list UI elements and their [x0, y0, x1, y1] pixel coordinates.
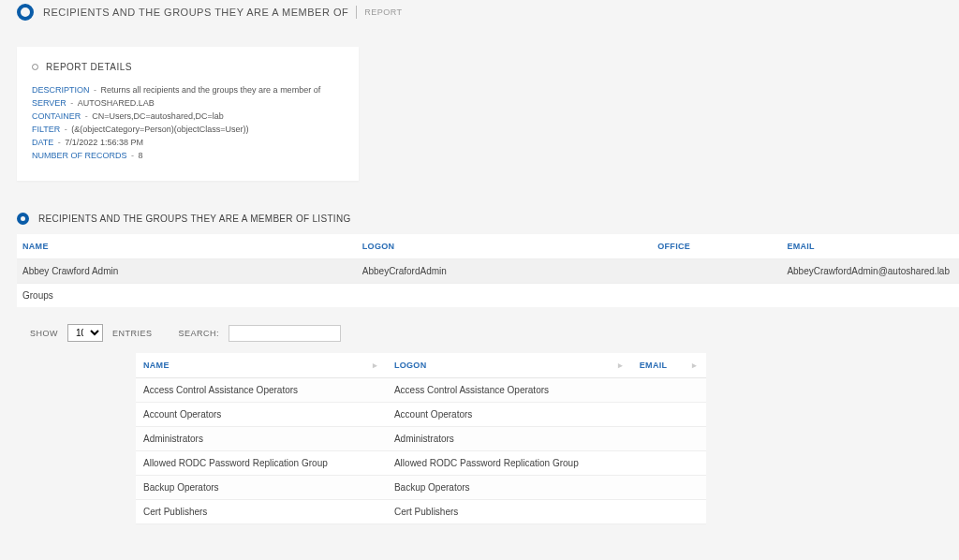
table-row[interactable]: Account OperatorsAccount Operators [136, 403, 706, 427]
cell-office [652, 259, 781, 284]
table-row[interactable]: Cert PublishersCert Publishers [136, 500, 706, 524]
detail-description: DESCRIPTION - Returns all recipients and… [32, 85, 344, 95]
cell-email [632, 378, 706, 403]
search-label: SEARCH: [179, 329, 220, 338]
groups-col-name[interactable]: NAME▸ [136, 353, 387, 378]
cell-name: Account Operators [136, 403, 387, 427]
page-size-select[interactable]: 10 [67, 324, 103, 342]
sort-icon: ▸ [692, 361, 697, 370]
col-header-email[interactable]: EMAIL [781, 234, 959, 259]
report-details-card: REPORT DETAILS DESCRIPTION - Returns all… [17, 47, 359, 181]
cell-logon: Cert Publishers [387, 500, 632, 524]
detail-server: SERVER - AUTOSHARED.LAB [32, 98, 344, 108]
cell-name: Backup Operators [136, 476, 387, 500]
table-row[interactable]: Allowed RODC Password Replication GroupA… [136, 451, 706, 476]
cell-email [632, 403, 706, 427]
bullet-icon [32, 64, 38, 70]
cell-logon: Access Control Assistance Operators [387, 378, 632, 403]
groups-label: Groups [17, 284, 959, 308]
cell-logon: Administrators [387, 427, 632, 451]
table-row[interactable]: AdministratorsAdministrators [136, 427, 706, 451]
cell-logon: Backup Operators [387, 476, 632, 500]
col-header-name[interactable]: NAME [17, 234, 357, 259]
table-row[interactable]: Backup OperatorsBackup Operators [136, 476, 706, 500]
page-title: RECIPIENTS AND THE GROUPS THEY ARE A MEM… [43, 7, 348, 18]
recipients-table: NAME LOGON OFFICE EMAIL Abbey Crawford A… [17, 234, 959, 307]
groups-col-email[interactable]: EMAIL▸ [632, 353, 706, 378]
cell-logon: Account Operators [387, 403, 632, 427]
col-header-office[interactable]: OFFICE [652, 234, 781, 259]
table-controls: SHOW 10 ENTRIES SEARCH: [0, 307, 959, 353]
cell-email [632, 451, 706, 476]
groups-row[interactable]: Groups [17, 284, 959, 308]
entries-label: ENTRIES [112, 329, 153, 338]
listing-header: RECIPIENTS AND THE GROUPS THEY ARE A MEM… [0, 198, 959, 234]
detail-date: DATE - 7/1/2022 1:56:38 PM [32, 138, 344, 147]
table-row[interactable]: Access Control Assistance OperatorsAcces… [136, 378, 706, 403]
card-title: REPORT DETAILS [46, 62, 132, 72]
detail-container: CONTAINER - CN=Users,DC=autoshared,DC=la… [32, 111, 344, 121]
sort-icon: ▸ [373, 361, 377, 370]
cell-logon: AbbeyCrafordAdmin [357, 259, 652, 284]
sort-icon: ▸ [618, 361, 623, 370]
listing-icon [17, 213, 29, 225]
cell-email [632, 427, 706, 451]
listing-title: RECIPIENTS AND THE GROUPS THEY ARE A MEM… [38, 214, 351, 224]
col-header-logon[interactable]: LOGON [357, 234, 652, 259]
detail-filter: FILTER - (&(objectCategory=Person)(objec… [32, 125, 344, 134]
table-row[interactable]: Abbey Crawford Admin AbbeyCrafordAdmin A… [17, 259, 959, 284]
search-input[interactable] [229, 325, 341, 342]
cell-email [632, 476, 706, 500]
report-icon [17, 4, 34, 21]
page-header: RECIPIENTS AND THE GROUPS THEY ARE A MEM… [0, 0, 959, 30]
groups-col-logon[interactable]: LOGON▸ [387, 353, 632, 378]
cell-name: Abbey Crawford Admin [17, 259, 357, 284]
separator [356, 6, 357, 19]
groups-table: NAME▸ LOGON▸ EMAIL▸ Access Control Assis… [136, 353, 706, 524]
cell-name: Access Control Assistance Operators [136, 378, 387, 403]
cell-name: Cert Publishers [136, 500, 387, 524]
cell-name: Administrators [136, 427, 387, 451]
cell-email: AbbeyCrawfordAdmin@autoshared.lab [781, 259, 959, 284]
cell-name: Allowed RODC Password Replication Group [136, 451, 387, 476]
cell-email [632, 500, 706, 524]
cell-logon: Allowed RODC Password Replication Group [387, 451, 632, 476]
show-label: SHOW [30, 329, 58, 338]
detail-records: NUMBER OF RECORDS - 8 [32, 151, 344, 160]
report-tag: REPORT [364, 7, 402, 17]
